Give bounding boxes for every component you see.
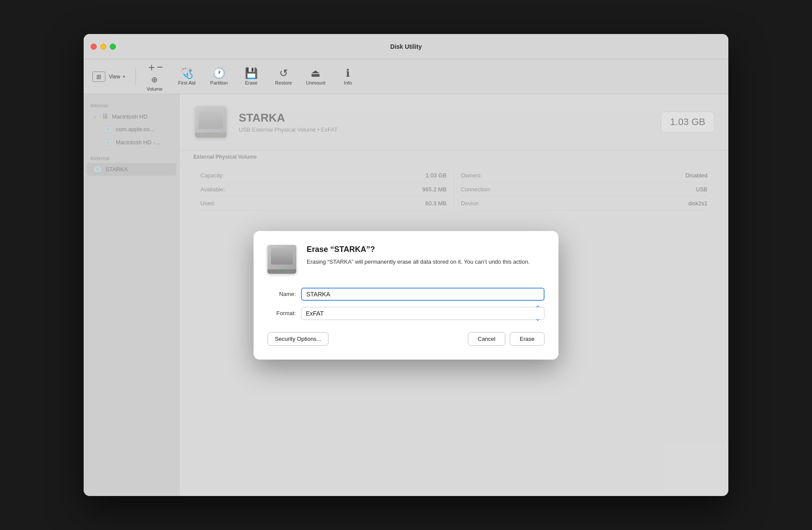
volume-icon: ＋− [146,62,163,72]
main-window: Disk Utility ⊞ View ▾ ＋− ⊕ Volume 🩺 Firs… [84,34,728,496]
volume-label: Volume [146,86,162,92]
unmount-label: Unmount [306,80,325,85]
erase-confirm-button[interactable]: Erase [510,332,545,346]
info-button[interactable]: ℹ Info [333,65,363,88]
first-aid-icon: 🩺 [180,68,193,78]
toolbar: ⊞ View ▾ ＋− ⊕ Volume 🩺 First Aid 🕐 Parti… [84,59,728,94]
view-icon: ⊞ [92,71,105,82]
info-label: Info [344,80,352,85]
traffic-lights [91,44,116,50]
name-label: Name: [267,291,296,297]
format-select-wrapper: ExFAT MS-DOS (FAT) Mac OS Extended (Jour… [301,307,545,320]
info-icon: ℹ [346,68,350,78]
window-title: Disk Utility [390,43,422,50]
name-form-row: Name: [267,288,545,301]
first-aid-label: First Aid [178,80,196,85]
first-aid-button[interactable]: 🩺 First Aid [172,65,202,88]
restore-label: Restore [275,80,292,85]
restore-icon: ↺ [279,68,288,78]
dialog-title-area: Erase “STARKA”? Erasing “STARKA” will pe… [307,245,545,275]
toolbar-separator [135,68,136,85]
close-button[interactable] [91,44,97,50]
titlebar: Disk Utility [84,34,728,59]
view-label: View [109,74,120,80]
format-select[interactable]: ExFAT MS-DOS (FAT) Mac OS Extended (Jour… [301,307,545,320]
unmount-button[interactable]: ⏏ Unmount [301,65,331,88]
erase-button[interactable]: 💾 Erase [236,65,267,88]
restore-button[interactable]: ↺ Restore [268,65,299,88]
dialog-description: Erasing “STARKA” will permanently erase … [307,258,545,266]
dialog-form: Name: Format: ExFAT MS-DOS (FAT) Mac OS … [267,288,545,320]
maximize-button[interactable] [110,44,116,50]
format-label: Format: [267,310,296,316]
erase-dialog: Erase “STARKA”? Erasing “STARKA” will pe… [254,231,558,360]
partition-label: Partition [210,80,228,85]
partition-icon: 🕐 [213,68,226,78]
dialog-disk-icon [267,245,298,275]
view-chevron-icon: ▾ [123,74,125,79]
dialog-title: Erase “STARKA”? [307,245,545,254]
volume-button[interactable]: ＋− ⊕ Volume [139,59,170,94]
unmount-icon: ⏏ [311,68,321,78]
erase-label: Erase [245,80,257,85]
name-input[interactable] [301,288,545,301]
dialog-header: Erase “STARKA”? Erasing “STARKA” will pe… [267,245,545,275]
format-form-row: Format: ExFAT MS-DOS (FAT) Mac OS Extend… [267,307,545,320]
dialog-disk-image [267,245,296,274]
security-options-button[interactable]: Security Options... [267,332,328,346]
erase-icon: 💾 [245,68,258,78]
dialog-action-buttons: Cancel Erase [468,332,545,346]
view-control[interactable]: ⊞ View ▾ [92,71,125,82]
modal-overlay: Erase “STARKA”? Erasing “STARKA” will pe… [84,94,728,496]
dialog-buttons: Security Options... Cancel Erase [267,332,545,346]
cancel-button[interactable]: Cancel [468,332,505,346]
minimize-button[interactable] [100,44,106,50]
partition-button[interactable]: 🕐 Partition [204,65,234,88]
